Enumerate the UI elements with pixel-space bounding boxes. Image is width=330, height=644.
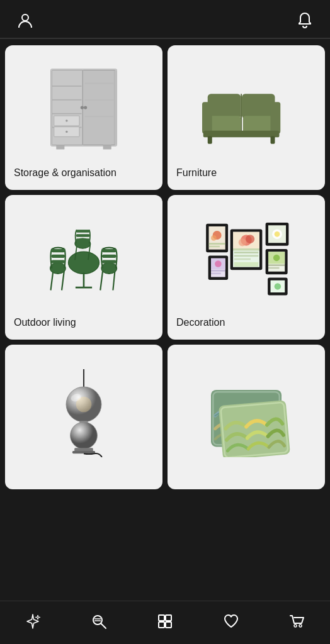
- svg-point-36: [50, 262, 66, 274]
- svg-rect-44: [102, 254, 117, 257]
- card-image-furniture: [168, 45, 325, 162]
- svg-point-17: [84, 106, 87, 109]
- svg-rect-106: [159, 622, 164, 628]
- svg-rect-24: [202, 102, 212, 133]
- svg-rect-37: [51, 248, 65, 252]
- svg-rect-7: [52, 113, 81, 114]
- svg-point-72: [275, 231, 280, 236]
- svg-point-12: [65, 130, 68, 133]
- svg-rect-107: [166, 622, 171, 628]
- svg-rect-38: [51, 254, 65, 257]
- svg-point-109: [299, 625, 302, 627]
- svg-point-82: [273, 254, 280, 261]
- heart-icon: [222, 613, 240, 630]
- category-card-decoration[interactable]: Decoration: [168, 195, 325, 340]
- card-label-furniture: Furniture: [168, 162, 325, 190]
- category-card-storage[interactable]: Storage & organisation: [5, 45, 162, 190]
- svg-rect-61: [234, 258, 251, 260]
- main-content: Storage & organisation: [0, 42, 330, 601]
- cart-icon: [288, 613, 306, 630]
- svg-rect-21: [242, 94, 275, 118]
- card-image-textiles: [168, 345, 325, 474]
- svg-rect-58: [233, 248, 259, 251]
- card-image-storage: [5, 45, 162, 162]
- svg-rect-39: [51, 260, 65, 263]
- svg-rect-62: [234, 262, 259, 266]
- notification-button[interactable]: [295, 10, 315, 30]
- svg-point-11: [65, 119, 68, 122]
- svg-rect-6: [52, 99, 81, 100]
- profile-button[interactable]: [15, 10, 35, 30]
- sparkle-icon: [24, 613, 42, 630]
- svg-rect-84: [268, 267, 280, 269]
- svg-rect-28: [271, 136, 275, 143]
- svg-point-108: [294, 625, 297, 627]
- svg-rect-4: [82, 70, 115, 145]
- svg-rect-67: [209, 243, 225, 245]
- svg-point-56: [239, 238, 246, 246]
- category-card-furniture[interactable]: Furniture: [168, 45, 325, 190]
- svg-rect-60: [234, 255, 259, 257]
- svg-rect-15: [85, 116, 114, 117]
- svg-point-87: [275, 283, 282, 290]
- header-divider: [0, 38, 330, 39]
- svg-rect-13: [85, 82, 114, 84]
- svg-point-31: [69, 252, 100, 274]
- svg-rect-59: [234, 252, 259, 253]
- nav-favorites-button[interactable]: [215, 609, 247, 634]
- svg-rect-14: [85, 99, 114, 100]
- svg-point-16: [81, 106, 84, 109]
- svg-point-57: [246, 235, 254, 243]
- svg-point-42: [101, 262, 117, 274]
- svg-rect-49: [76, 230, 90, 232]
- svg-rect-27: [208, 136, 212, 143]
- category-card-outdoor[interactable]: Outdoor living: [5, 195, 162, 340]
- svg-rect-105: [166, 615, 171, 621]
- nav-search-button[interactable]: [83, 609, 115, 634]
- svg-rect-83: [268, 264, 285, 266]
- card-label-textiles: [168, 474, 325, 489]
- card-image-decoration: [168, 195, 325, 311]
- card-label-lighting: [5, 474, 162, 489]
- svg-point-92: [71, 422, 98, 449]
- card-image-outdoor: [5, 195, 162, 311]
- svg-line-101: [101, 624, 106, 629]
- card-image-lighting: [5, 345, 162, 474]
- svg-rect-68: [209, 245, 220, 247]
- nav-cart-button[interactable]: [282, 609, 313, 634]
- svg-point-66: [211, 235, 217, 241]
- svg-rect-20: [208, 94, 241, 118]
- card-label-storage: Storage & organisation: [5, 162, 162, 190]
- card-label-outdoor: Outdoor living: [5, 311, 162, 340]
- svg-rect-50: [76, 234, 90, 236]
- store-icon: [156, 613, 174, 630]
- svg-rect-25: [271, 102, 281, 133]
- category-card-lighting[interactable]: [5, 345, 162, 489]
- svg-rect-45: [102, 260, 117, 263]
- svg-rect-94: [72, 451, 95, 453]
- category-grid: Storage & organisation: [5, 45, 325, 489]
- svg-rect-104: [159, 615, 164, 621]
- svg-rect-19: [103, 145, 111, 149]
- svg-rect-51: [76, 238, 90, 241]
- svg-point-76: [215, 260, 222, 267]
- bottom-navigation: [0, 601, 330, 644]
- svg-rect-5: [52, 86, 81, 87]
- svg-point-0: [22, 14, 28, 21]
- nav-store-button[interactable]: [149, 609, 181, 634]
- svg-rect-18: [56, 145, 64, 149]
- category-card-textiles[interactable]: [168, 345, 325, 489]
- search-icon: [90, 613, 108, 630]
- card-label-decoration: Decoration: [168, 311, 325, 340]
- svg-rect-43: [102, 248, 117, 252]
- nav-sparkle-button[interactable]: [17, 609, 48, 634]
- app-header: [0, 0, 330, 38]
- svg-rect-77: [211, 270, 225, 272]
- svg-rect-78: [211, 272, 221, 274]
